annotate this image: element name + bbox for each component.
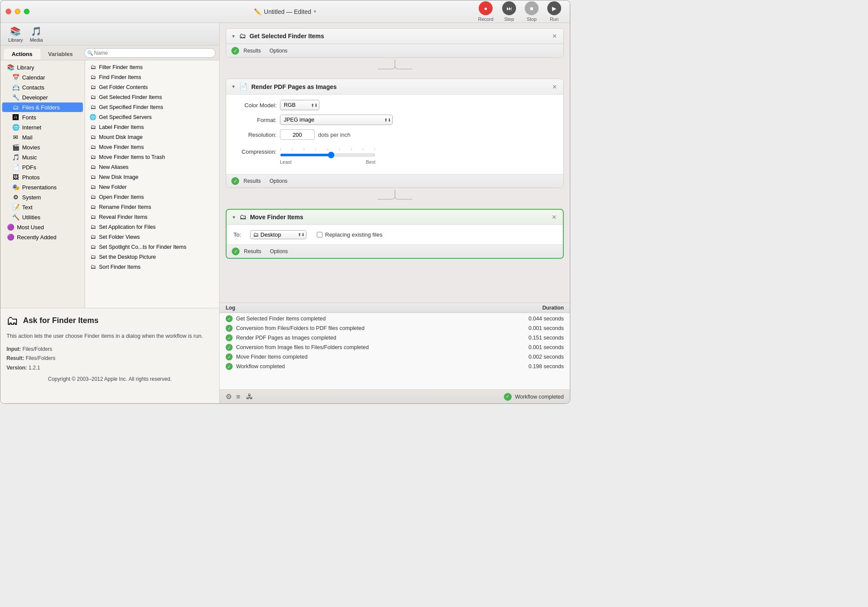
action-item-15[interactable]: 🗂Reveal Finder Items xyxy=(85,212,219,222)
record-label: Record xyxy=(478,16,493,22)
color-model-label: Color Model: xyxy=(233,102,276,109)
sidebar-item-internet[interactable]: 🌐Internet xyxy=(2,122,83,132)
library-button[interactable]: 📚 Library xyxy=(5,25,26,44)
card2-options-tab[interactable]: Options xyxy=(270,178,287,184)
sidebar-item-fonts[interactable]: 🅰Fonts xyxy=(2,112,83,122)
sidebar-item-calendar[interactable]: 📅Calendar xyxy=(2,73,83,82)
cat-label-fonts: Fonts xyxy=(22,114,36,121)
tick xyxy=(304,148,304,150)
replace-checkbox[interactable] xyxy=(317,232,322,238)
compression-slider[interactable] xyxy=(280,154,375,156)
sidebar-item-recently-added[interactable]: 🟣Recently Added xyxy=(2,232,83,242)
list-icon[interactable]: ≡ xyxy=(236,393,240,401)
card3-options-tab[interactable]: Options xyxy=(270,248,288,254)
sidebar-item-most-used[interactable]: 🟣Most Used xyxy=(2,222,83,232)
card1-results-tab[interactable]: Results xyxy=(243,48,261,54)
maximize-button[interactable] xyxy=(24,9,30,14)
sidebar-item-photos[interactable]: 🖼Photos xyxy=(2,172,83,182)
card2-result-icon: ✓ xyxy=(231,177,239,185)
card3-results-tab[interactable]: Results xyxy=(244,248,261,254)
sidebar-item-contacts[interactable]: 📇Contacts xyxy=(2,82,83,92)
card-get-selected-finder-items: ▼ 🗂 Get Selected Finder Items ✕ ✓ Result… xyxy=(226,28,564,58)
slider-best-label: Best xyxy=(366,159,375,165)
action-item-11[interactable]: 🗂New Disk Image xyxy=(85,172,219,182)
desktop-select-wrapper: 🗂 Desktop ⬆⬇ xyxy=(250,230,306,239)
step-button[interactable]: ⏭ Step xyxy=(499,0,519,23)
action-item-8[interactable]: 🗂Move Finder Items xyxy=(85,142,219,152)
action-item-14[interactable]: 🗂Rename Finder Items xyxy=(85,202,219,212)
record-button[interactable]: ● Record xyxy=(475,0,497,23)
info-input: Input: Files/Folders xyxy=(7,345,213,354)
stop-button[interactable]: ■ Stop xyxy=(521,0,542,23)
color-model-select[interactable]: RGB CMYK Grayscale xyxy=(280,100,319,110)
action-item-0[interactable]: 🗂Filter Finder Items xyxy=(85,62,219,72)
log-text-5: Workflow completed xyxy=(236,363,517,369)
action-label-6: Label Finder Items xyxy=(99,124,144,130)
action-item-17[interactable]: 🗂Set Folder Views xyxy=(85,232,219,242)
cat-icon-internet: 🌐 xyxy=(12,124,20,131)
settings-icon[interactable]: ⚙ xyxy=(226,393,232,401)
action-item-18[interactable]: 🗂Set Spotlight Co...ts for Finder Items xyxy=(85,242,219,252)
sidebar-item-files-folders[interactable]: 🗂Files & Folders xyxy=(2,102,83,112)
server-icon[interactable]: 🖧 xyxy=(246,393,253,401)
card1-options-tab[interactable]: Options xyxy=(270,48,287,54)
format-row: Format: JPEG image PNG image TIFF image … xyxy=(233,115,556,125)
category-list: 📚Library📅Calendar📇Contacts🔧Developer🗂Fil… xyxy=(0,60,85,308)
card3-close[interactable]: ✕ xyxy=(551,214,558,221)
record-icon: ● xyxy=(479,1,493,15)
sidebar-item-text[interactable]: 📝Text xyxy=(2,202,83,212)
sidebar-item-presentations[interactable]: 🎭Presentations xyxy=(2,182,83,192)
sidebar-item-movies[interactable]: 🎬Movies xyxy=(2,142,83,152)
info-icon: 🗂 xyxy=(7,313,19,328)
action-item-1[interactable]: 🗂Find Finder Items xyxy=(85,72,219,82)
action-item-16[interactable]: 🗂Set Application for Files xyxy=(85,222,219,232)
action-icon-0: 🗂 xyxy=(89,64,96,70)
action-item-13[interactable]: 🗂Open Finder Items xyxy=(85,192,219,202)
action-item-2[interactable]: 🗂Get Folder Contents xyxy=(85,82,219,92)
card2-chevron[interactable]: ▼ xyxy=(231,84,236,89)
resolution-input[interactable] xyxy=(280,129,315,140)
search-input[interactable] xyxy=(84,48,216,58)
minimize-button[interactable] xyxy=(15,9,20,14)
action-item-10[interactable]: 🗂New Aliases xyxy=(85,162,219,172)
action-item-19[interactable]: 🗂Set the Desktop Picture xyxy=(85,252,219,262)
action-item-5[interactable]: 🌐Get Specified Servers xyxy=(85,112,219,122)
sidebar-item-system[interactable]: ⚙System xyxy=(2,192,83,202)
action-item-4[interactable]: 🗂Get Specified Finder Items xyxy=(85,102,219,112)
card1-chevron[interactable]: ▼ xyxy=(231,34,236,39)
sidebar-item-mail[interactable]: ✉Mail xyxy=(2,132,83,142)
action-label-15: Reveal Finder Items xyxy=(99,214,148,220)
action-item-3[interactable]: 🗂Get Selected Finder Items xyxy=(85,92,219,102)
resolution-units: dots per inch xyxy=(318,132,350,138)
card2-results-tab[interactable]: Results xyxy=(243,178,261,184)
tab-actions[interactable]: Actions xyxy=(4,49,40,59)
right-panel: ▼ 🗂 Get Selected Finder Items ✕ ✓ Result… xyxy=(220,23,570,403)
format-select[interactable]: JPEG image PNG image TIFF image xyxy=(280,115,393,125)
folder-name: Desktop xyxy=(260,231,281,238)
folder-selector[interactable]: 🗂 Desktop xyxy=(250,230,306,239)
sidebar-item-library[interactable]: 📚Library xyxy=(2,63,83,72)
sidebar-item-developer[interactable]: 🔧Developer xyxy=(2,92,83,102)
action-label-18: Set Spotlight Co...ts for Finder Items xyxy=(99,244,186,250)
card1-close[interactable]: ✕ xyxy=(551,33,558,40)
compression-slider-container: Least Best xyxy=(280,146,375,165)
sidebar-item-music[interactable]: 🎵Music xyxy=(2,152,83,162)
close-button[interactable] xyxy=(6,9,11,14)
media-button[interactable]: 🎵 Media xyxy=(26,25,46,44)
card1-footer: ✓ Results Options xyxy=(226,44,563,57)
action-item-20[interactable]: 🗂Sort Finder Items xyxy=(85,262,219,272)
card-render-pdf: ▼ 📄 Render PDF Pages as Images ✕ Color M… xyxy=(226,79,564,188)
connector-2-3 xyxy=(220,188,570,204)
card3-chevron[interactable]: ▼ xyxy=(232,215,236,220)
action-item-9[interactable]: 🗂Move Finder Items to Trash xyxy=(85,152,219,162)
color-model-row: Color Model: RGB CMYK Grayscale ⬆⬇ xyxy=(233,100,556,110)
action-item-7[interactable]: 🗂Mount Disk Image xyxy=(85,132,219,142)
sidebar-item-pdfs[interactable]: 📄PDFs xyxy=(2,162,83,172)
sidebar-item-utilities[interactable]: 🔨Utilities xyxy=(2,212,83,222)
tab-variables[interactable]: Variables xyxy=(40,49,81,59)
card3-body: To: 🗂 Desktop ⬆⬇ Replacing existing file… xyxy=(227,225,563,244)
card2-close[interactable]: ✕ xyxy=(551,83,558,90)
action-item-12[interactable]: 🗂New Folder xyxy=(85,182,219,192)
run-button[interactable]: ▶ Run xyxy=(544,0,565,23)
action-item-6[interactable]: 🗂Label Finder Items xyxy=(85,122,219,132)
